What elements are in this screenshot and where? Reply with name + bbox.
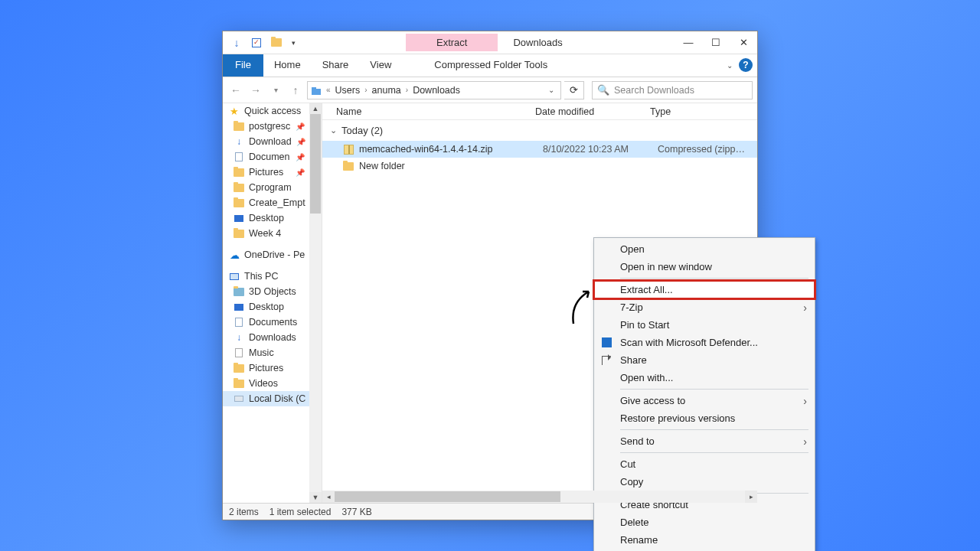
sidebar-onedrive[interactable]: ☁ OneDrive - Pe: [223, 247, 322, 262]
sidebar-quick-access[interactable]: ★ Quick access: [223, 103, 322, 119]
menu-item-rename[interactable]: Rename: [594, 531, 815, 549]
sidebar-item[interactable]: Pictures📌: [223, 165, 322, 180]
menu-item-label: Open with...: [620, 372, 673, 383]
menu-item-label: Pin to Start: [620, 319, 669, 331]
sidebar-item-label: Download: [249, 136, 292, 147]
sidebar-item[interactable]: Documen📌: [223, 149, 322, 165]
folder-icon: [234, 228, 244, 239]
svg-rect-1: [312, 87, 316, 90]
chevron-right-icon: ›: [404, 86, 410, 94]
note-icon: [234, 347, 244, 358]
pin-icon: 📌: [296, 122, 305, 131]
menu-item-label: Extract All...: [620, 284, 673, 295]
menu-item-cut[interactable]: Cut: [594, 455, 815, 473]
sidebar-item[interactable]: Week 4: [223, 226, 322, 241]
menu-item-restore-previous-versions[interactable]: Restore previous versions: [594, 409, 815, 427]
doc-icon: [234, 152, 244, 162]
horizontal-scrollbar[interactable]: ◂ ▸: [322, 491, 757, 503]
qat-dropdown-icon[interactable]: ▾: [289, 39, 299, 47]
scroll-left-icon[interactable]: ◂: [322, 491, 335, 503]
search-input[interactable]: 🔍 Search Downloads: [592, 81, 753, 99]
file-row[interactable]: memcached-win64-1.4.4-14.zip8/10/2022 10…: [322, 141, 757, 158]
menu-item-share[interactable]: Share: [594, 351, 815, 369]
tab-home[interactable]: Home: [263, 54, 312, 77]
file-tab[interactable]: File: [223, 54, 263, 77]
menu-item-open-with[interactable]: Open with...: [594, 369, 815, 386]
column-date[interactable]: Date modified: [535, 106, 650, 117]
navbar: ← → ▾ ↑ « Users › anuma › Downloads ⌄ ⟳ …: [223, 77, 757, 103]
sidebar-item[interactable]: Pictures: [223, 360, 322, 376]
column-name[interactable]: Name: [336, 106, 535, 117]
ribbon-context-tab[interactable]: Extract: [406, 34, 498, 51]
scroll-thumb[interactable]: [310, 114, 321, 214]
up-button[interactable]: ↑: [287, 82, 304, 99]
file-row[interactable]: New folder: [322, 158, 757, 174]
context-menu: OpenOpen in new windowExtract All...7-Zi…: [593, 237, 815, 551]
help-icon[interactable]: ?: [739, 58, 753, 72]
menu-item-open-in-new-window[interactable]: Open in new window: [594, 258, 815, 276]
column-type[interactable]: Type: [650, 106, 757, 117]
down-arrow-icon[interactable]: ↓: [229, 35, 244, 51]
sidebar-item[interactable]: Cprogram: [223, 180, 322, 195]
breadcrumb-segment[interactable]: Users: [332, 85, 364, 96]
forward-button[interactable]: →: [247, 82, 264, 99]
titlebar: ↓ ✓ ▾ Extract Downloads — ☐ ✕: [223, 31, 757, 54]
folder-icon: [234, 182, 244, 193]
download-icon: ↓: [234, 136, 244, 147]
maximize-button[interactable]: ☐: [702, 32, 730, 54]
pc-icon: [229, 271, 240, 282]
scroll-up-icon[interactable]: ▲: [309, 103, 322, 114]
menu-item-send-to[interactable]: Send to: [594, 432, 815, 450]
folder-icon: [234, 167, 244, 178]
file-explorer-window: ↓ ✓ ▾ Extract Downloads — ☐ ✕ File Home …: [222, 31, 758, 520]
sidebar-item[interactable]: Documents: [223, 315, 322, 330]
scroll-thumb[interactable]: [335, 491, 560, 502]
sidebar-item[interactable]: Videos: [223, 376, 322, 391]
folder-icon[interactable]: [269, 35, 284, 51]
sidebar-item[interactable]: Music: [223, 345, 322, 360]
sidebar-scrollbar[interactable]: ▲ ▼: [309, 103, 322, 503]
menu-item-7-zip[interactable]: 7-Zip: [594, 298, 815, 316]
recent-dropdown-icon[interactable]: ▾: [267, 82, 284, 99]
address-bar[interactable]: « Users › anuma › Downloads ⌄: [307, 81, 561, 99]
sidebar-item[interactable]: ↓Download📌: [223, 134, 322, 149]
sidebar-item-label: Desktop: [249, 213, 284, 223]
menu-item-copy[interactable]: Copy: [594, 473, 815, 491]
sidebar-item[interactable]: 3D Objects: [223, 284, 322, 299]
sidebar-item[interactable]: ↓Downloads: [223, 330, 322, 345]
pin-icon: 📌: [296, 168, 305, 177]
properties-qat-icon[interactable]: ✓: [249, 35, 264, 51]
sidebar-item[interactable]: Desktop: [223, 210, 322, 226]
address-dropdown-icon[interactable]: ⌄: [545, 86, 557, 94]
back-button[interactable]: ←: [227, 82, 244, 99]
sidebar-item[interactable]: Create_Empt: [223, 195, 322, 210]
tab-share[interactable]: Share: [312, 54, 360, 77]
breadcrumb-segment[interactable]: Downloads: [410, 85, 463, 96]
star-icon: ★: [229, 106, 240, 116]
scroll-down-icon[interactable]: ▼: [309, 492, 322, 503]
refresh-button[interactable]: ⟳: [564, 81, 584, 99]
group-header[interactable]: ⌄ Today (2): [322, 120, 757, 141]
sidebar-this-pc[interactable]: This PC: [223, 269, 322, 284]
menu-item-pin-to-start[interactable]: Pin to Start: [594, 316, 815, 334]
minimize-button[interactable]: —: [675, 32, 702, 54]
sidebar-item[interactable]: postgresc📌: [223, 119, 322, 134]
menu-item-delete[interactable]: Delete: [594, 514, 815, 531]
menu-item-scan-with-microsoft-defender[interactable]: Scan with Microsoft Defender...: [594, 334, 815, 351]
sidebar-item[interactable]: Desktop: [223, 299, 322, 315]
tab-compressed-tools[interactable]: Compressed Folder Tools: [425, 54, 557, 77]
tab-view[interactable]: View: [359, 54, 402, 77]
menu-item-give-access-to[interactable]: Give access to: [594, 392, 815, 409]
sidebar-item-label: 3D Objects: [249, 286, 296, 297]
content-area: Name Date modified Type ⌄ Today (2) memc…: [322, 103, 757, 503]
sidebar-item-label: Create_Empt: [249, 197, 305, 208]
menu-item-open[interactable]: Open: [594, 240, 815, 258]
menu-item-extract-all[interactable]: Extract All...: [594, 281, 815, 298]
sidebar-item[interactable]: Local Disk (C: [223, 391, 322, 406]
ribbon-collapse-icon[interactable]: ⌄: [720, 54, 739, 77]
scroll-right-icon[interactable]: ▸: [745, 491, 757, 503]
menu-item-label: Scan with Microsoft Defender...: [620, 337, 758, 348]
breadcrumb-segment[interactable]: anuma: [369, 85, 404, 96]
onedrive-icon: ☁: [229, 249, 240, 260]
close-button[interactable]: ✕: [730, 32, 757, 54]
